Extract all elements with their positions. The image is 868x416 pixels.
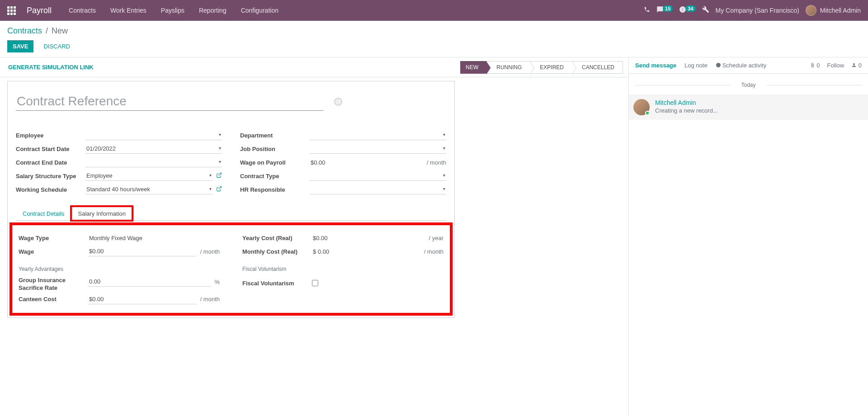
tab-contract-details[interactable]: Contract Details <box>16 206 71 221</box>
status-new[interactable]: NEW <box>460 61 486 74</box>
call-icon[interactable] <box>644 6 650 14</box>
user-name: Mitchell Admin <box>820 7 861 14</box>
label-contract-type: Contract Type <box>240 173 310 180</box>
department-field[interactable] <box>310 130 446 140</box>
activity-badge: 34 <box>685 5 695 12</box>
chevron-down-icon[interactable]: ▾ <box>443 173 445 178</box>
chevron-down-icon[interactable]: ▾ <box>209 173 212 178</box>
label-salary-structure: Salary Structure Type <box>16 173 85 180</box>
salary-structure-field[interactable] <box>85 171 212 181</box>
status-cancelled[interactable]: CANCELLED <box>572 61 623 74</box>
chevron-down-icon[interactable]: ▾ <box>219 132 221 137</box>
breadcrumb-link[interactable]: Contracts <box>7 26 42 35</box>
external-link-icon[interactable] <box>216 186 222 193</box>
label-wage-type: Wage Type <box>19 235 88 241</box>
nav-configuration[interactable]: Configuration <box>235 3 285 18</box>
nav-reporting[interactable]: Reporting <box>193 3 233 18</box>
hr-responsible-field[interactable] <box>310 184 446 194</box>
wage-type-value: Monthly Fixed Wage <box>88 233 143 243</box>
follower-count[interactable]: 0 <box>851 62 862 69</box>
chevron-down-icon[interactable]: ▾ <box>209 186 212 191</box>
label-wage: Wage <box>19 248 88 255</box>
working-schedule-field[interactable] <box>85 184 212 194</box>
external-link-icon[interactable] <box>216 172 222 180</box>
job-position-field[interactable] <box>310 144 446 154</box>
section-yearly-advantages: Yearly Advantages <box>19 266 220 272</box>
svg-line-1 <box>218 187 221 189</box>
tab-salary-information[interactable]: Salary Information <box>71 206 132 221</box>
discard-button[interactable]: DISCARD <box>38 40 75 52</box>
group-insurance-field[interactable] <box>88 277 211 287</box>
label-department: Department <box>240 132 310 139</box>
label-hr-responsible: HR Responsible <box>240 186 310 193</box>
contract-reference-input[interactable] <box>16 92 323 111</box>
log-note-button[interactable]: Log note <box>684 62 708 69</box>
chevron-down-icon[interactable]: ▾ <box>219 146 221 151</box>
follow-button[interactable]: Follow <box>827 62 844 69</box>
apps-icon[interactable] <box>7 6 16 15</box>
avatar-icon <box>806 5 816 16</box>
chevron-down-icon[interactable]: ▾ <box>443 186 445 191</box>
yearly-cost-field[interactable] <box>312 233 425 243</box>
message: Mitchell Admin Creating a new record... <box>629 95 868 120</box>
today-separator: Today <box>635 82 862 88</box>
nav-work-entries[interactable]: Work Entries <box>104 3 153 18</box>
debug-icon[interactable] <box>702 6 709 15</box>
section-fiscal-voluntarism: Fiscal Voluntarism <box>242 266 443 272</box>
navbar: Payroll Contracts Work Entries Payslips … <box>0 0 868 21</box>
wage-on-payroll-field[interactable] <box>310 158 423 167</box>
user-menu[interactable]: Mitchell Admin <box>806 5 861 16</box>
breadcrumb: Contracts / New <box>7 26 861 36</box>
label-end-date: Contract End Date <box>16 159 85 166</box>
tabs: Contract Details Salary Information <box>16 206 446 221</box>
chevron-down-icon[interactable]: ▾ <box>443 132 445 137</box>
percent-suffix: % <box>214 279 220 285</box>
kanban-color-picker[interactable] <box>334 98 342 106</box>
save-button[interactable]: SAVE <box>7 40 33 52</box>
chevron-down-icon[interactable]: ▾ <box>443 146 445 151</box>
status-expired[interactable]: EXPIRED <box>530 61 572 74</box>
label-fiscal-voluntarism: Fiscal Voluntarism <box>242 280 312 287</box>
company-selector[interactable]: My Company (San Francisco) <box>716 7 799 14</box>
label-yearly-cost: Yearly Cost (Real) <box>242 235 312 241</box>
fiscal-voluntarism-checkbox[interactable] <box>312 280 318 286</box>
statusbar: NEW RUNNING EXPIRED CANCELLED <box>460 61 623 74</box>
tab-salary-content: Wage Type Monthly Fixed Wage Wage / mont… <box>9 222 453 316</box>
avatar-icon <box>633 99 650 115</box>
yearly-cost-suffix: / year <box>429 235 443 241</box>
discuss-badge: 15 <box>663 5 673 12</box>
label-wage-on-payroll: Wage on Payroll <box>240 159 310 166</box>
app-brand[interactable]: Payroll <box>27 6 52 15</box>
chatter: Send message Log note Schedule activity … <box>628 57 868 416</box>
wage-suffix: / month <box>200 248 220 255</box>
schedule-activity-button[interactable]: Schedule activity <box>716 62 767 69</box>
attachment-count[interactable]: 0 <box>810 62 820 69</box>
wage-field[interactable] <box>88 246 197 256</box>
activity-icon[interactable]: 34 <box>679 6 695 15</box>
status-running[interactable]: RUNNING <box>486 61 530 74</box>
message-text: Creating a new record... <box>655 107 718 114</box>
label-job-position: Job Position <box>240 146 310 152</box>
monthly-cost-value: $ 0.00 <box>312 247 420 256</box>
monthly-cost-suffix: / month <box>424 248 443 255</box>
label-group-insurance: Group Insurance Sacrifice Rate <box>19 277 88 292</box>
wage-suffix: / month <box>427 159 446 166</box>
label-monthly-cost: Monthly Cost (Real) <box>242 248 312 255</box>
canteen-cost-field[interactable] <box>88 294 197 304</box>
form-view: GENERATE SIMULATION LINK NEW RUNNING EXP… <box>0 57 628 416</box>
start-date-field[interactable] <box>85 144 222 154</box>
breadcrumb-current: New <box>52 26 68 35</box>
form-sheet: Employee ▾ Contract Start Date ▾ Contrac… <box>7 81 455 318</box>
nav-contracts[interactable]: Contracts <box>62 3 102 18</box>
chevron-down-icon[interactable]: ▾ <box>219 159 221 164</box>
discuss-icon[interactable]: 15 <box>656 6 673 15</box>
send-message-button[interactable]: Send message <box>635 62 676 69</box>
message-author[interactable]: Mitchell Admin <box>655 99 718 106</box>
end-date-field[interactable] <box>85 157 222 167</box>
contract-type-field[interactable] <box>310 171 446 181</box>
employee-field[interactable] <box>85 130 222 140</box>
control-panel: Contracts / New SAVE DISCARD <box>0 21 868 57</box>
label-employee: Employee <box>16 132 85 139</box>
generate-simulation-link[interactable]: GENERATE SIMULATION LINK <box>5 64 94 71</box>
nav-payslips[interactable]: Payslips <box>155 3 191 18</box>
